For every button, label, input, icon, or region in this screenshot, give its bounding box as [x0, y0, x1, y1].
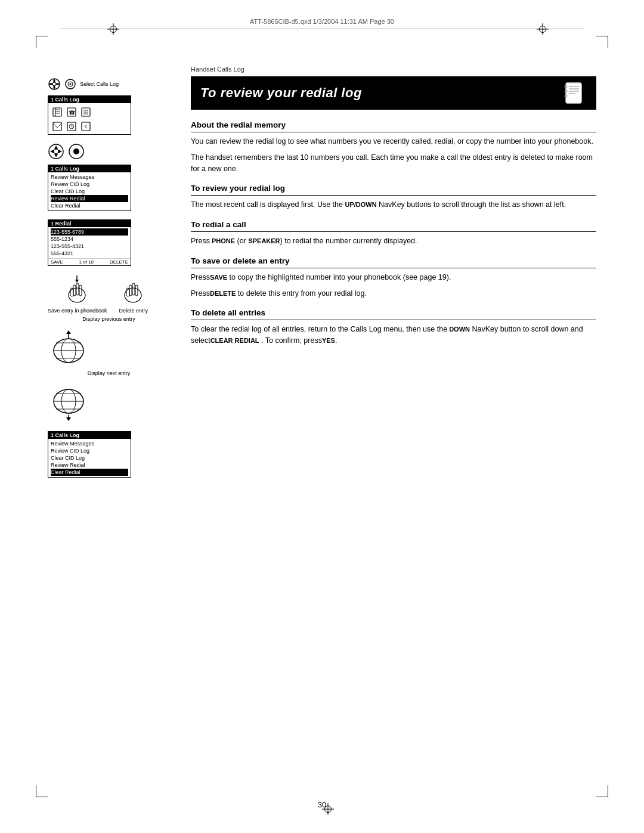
- delete-hand-label: Delete entry: [119, 308, 148, 314]
- save-hand-label: Save entry in phonebook: [48, 308, 107, 314]
- hand-icons-row: Save entry in phonebook Delete entry: [48, 274, 170, 314]
- section-to-delete-all: To delete all entries To clear the redia…: [191, 308, 596, 346]
- svg-rect-40: [129, 285, 132, 296]
- phone-smallcaps: PHONE: [210, 237, 235, 244]
- screen3-body: 123-555-6789 555-1234 123-555-4321 555-4…: [48, 227, 131, 258]
- screen2-body: Review Messages Review CID Log Clear CID…: [48, 172, 131, 210]
- page-title-bar: To review your redial log: [191, 76, 596, 110]
- svg-marker-25: [54, 145, 58, 149]
- envelope-icon: [52, 121, 63, 132]
- reg-mark-right: [537, 23, 549, 35]
- scroll-down-icon: [48, 382, 89, 421]
- clearredial-smallcaps: CLEAR REDIAL: [210, 337, 259, 344]
- clock-icon: [66, 121, 77, 132]
- section-deleteall-body: To clear the redial log of all entries, …: [191, 324, 596, 346]
- svg-point-3: [52, 82, 56, 86]
- save-smallcaps: SAVE: [210, 274, 227, 281]
- svg-rect-42: [135, 285, 138, 296]
- about-para-1: You can review the redial log to see wha…: [191, 136, 596, 147]
- entry-count: 1 of 10: [79, 259, 94, 265]
- main-layout: Select Calls Log 1 Calls Log: [48, 66, 596, 785]
- file-info-bar: ATT-5865CIB-d5.qxd 1/3/2004 11:31 AM Pag…: [60, 18, 584, 29]
- svg-rect-23: [82, 122, 90, 131]
- section-about-redial: About the redial memory You can review t…: [191, 120, 596, 174]
- delete-hand-icon: [120, 274, 147, 304]
- svg-marker-57: [66, 417, 71, 421]
- speaker-icon: [64, 78, 76, 90]
- s4-review-messages: Review Messages: [51, 440, 128, 447]
- phone-icon-sm: ☎: [66, 107, 77, 117]
- about-para-2: The handset remembers the last 10 number…: [191, 152, 596, 175]
- scroll-up-icon: [48, 328, 89, 367]
- screen2: 1 Calls Log Review Messages Review CID L…: [48, 165, 131, 211]
- crop-mark: [36, 797, 48, 797]
- title-icon: [563, 81, 587, 105]
- save-para-2: PressDELETE to delete this entry from yo…: [191, 288, 596, 299]
- book-icon: [52, 107, 63, 117]
- down-smallcaps: DOWN: [447, 326, 470, 333]
- svg-point-6: [70, 83, 72, 85]
- redial-entry-4: 555-4321: [51, 250, 128, 257]
- back-icon: [80, 121, 91, 132]
- page-title: To review your redial log: [200, 85, 362, 101]
- section-deleteall-heading: To delete all entries: [191, 308, 596, 320]
- menu-item-review-cid: Review CID Log: [51, 181, 128, 188]
- svg-marker-50: [66, 330, 71, 334]
- screen3-header: 1 Redial: [48, 220, 131, 227]
- screen3-block: 1 Redial 123-555-6789 555-1234 123-555-4…: [48, 219, 170, 266]
- delete-smallcaps: DELETE: [210, 290, 236, 297]
- svg-point-29: [54, 149, 58, 154]
- list-icon: [80, 107, 91, 117]
- ok-circle-icon: [68, 143, 85, 160]
- svg-marker-27: [50, 150, 54, 153]
- nav-cross-icon: [48, 78, 61, 91]
- svg-rect-33: [73, 285, 76, 296]
- svg-marker-28: [58, 150, 62, 153]
- reg-mark-left: [107, 23, 119, 35]
- screen1-block: 1 Calls Log: [48, 95, 170, 135]
- section-redial-body: Press PHONE (or SPEAKER) to redial the n…: [191, 236, 596, 247]
- screen4-block: 1 Calls Log Review Messages Review CID L…: [48, 431, 170, 478]
- section-save-heading: To save or delete an entry: [191, 256, 596, 268]
- crop-mark: [596, 797, 608, 797]
- display-prev-block: Display previous entry Display next entr…: [48, 316, 170, 423]
- svg-rect-41: [132, 283, 135, 295]
- svg-rect-34: [76, 283, 79, 295]
- screen2-block: 1 Calls Log Review Messages Review CID L…: [48, 165, 170, 211]
- screen1-body: ☎: [48, 103, 131, 134]
- svg-marker-38: [75, 280, 79, 283]
- nav-cross-icon-2: [48, 143, 64, 160]
- section-review-heading: To review your redial log: [191, 184, 596, 196]
- review-para-1: The most recent call is displayed first.…: [191, 199, 596, 210]
- svg-line-22: [72, 126, 73, 127]
- delete-hand-block: Delete entry: [119, 274, 148, 314]
- select-calls-log-row: Select Calls Log: [48, 78, 170, 91]
- svg-rect-18: [53, 122, 61, 131]
- select-calls-log-label: Select Calls Log: [80, 81, 119, 87]
- redial-entry-2: 555-1234: [51, 236, 128, 243]
- page-number: 30: [318, 800, 326, 809]
- svg-rect-58: [566, 83, 581, 103]
- menu-item-clear-cid: Clear CID Log: [51, 188, 128, 195]
- crop-mark: [608, 36, 608, 48]
- file-info-text: ATT-5865CIB-d5.qxd 1/3/2004 11:31 AM Pag…: [250, 18, 394, 25]
- delete-label: DELETE: [110, 259, 128, 265]
- yes-smallcaps: YES: [322, 337, 335, 344]
- screen4-header: 1 Calls Log: [48, 432, 131, 439]
- section-to-redial: To redial a call Press PHONE (or SPEAKER…: [191, 220, 596, 247]
- screen2-header: 1 Calls Log: [48, 165, 131, 172]
- redial-para-1: Press PHONE (or SPEAKER) to redial the n…: [191, 236, 596, 247]
- save-label: SAVE: [51, 259, 63, 265]
- section-review-body: The most recent call is displayed first.…: [191, 199, 596, 210]
- section-about-heading: About the redial memory: [191, 120, 596, 132]
- s4-clear-redial: Clear Redial: [51, 469, 128, 476]
- speaker-smallcaps: SPEAKER: [248, 237, 280, 244]
- screen3-footer: SAVE 1 of 10 DELETE: [48, 258, 131, 265]
- left-panel: Select Calls Log 1 Calls Log: [48, 66, 179, 785]
- page-container: ATT-5865CIB-d5.qxd 1/3/2004 11:31 AM Pag…: [0, 0, 644, 833]
- s4-clear-cid: Clear CID Log: [51, 454, 128, 462]
- screen1-header: 1 Calls Log: [48, 96, 131, 103]
- save-hand-icon: [64, 274, 91, 304]
- redial-entry-1: 123-555-6789: [51, 228, 128, 236]
- deleteall-para-1: To clear the redial log of all entries, …: [191, 324, 596, 346]
